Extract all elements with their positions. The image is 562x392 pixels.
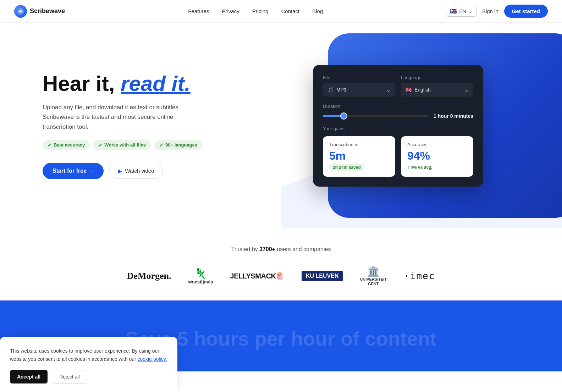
badge-accuracy: ✔ Best accuracy [43,140,90,150]
nav-right: 🇬🇧 EN ⌄ Sign in Get started [446,5,548,18]
trusted-section: Trusted by 3700+ users and companies DeM… [0,228,562,300]
check-icon: ✔ [159,142,164,148]
duration-label: Duration [323,104,473,109]
cookie-banner: This website uses cookies to improve use… [0,337,177,371]
navbar: Scribewave Features Privacy Pricing Cont… [0,0,562,23]
flag-icon: 🇬🇧 [450,8,457,15]
chevron-down-icon: ⌄ [468,9,473,14]
play-icon: ▶ [118,168,122,174]
hero-title-part2: read it. [121,72,191,95]
language-field: Language 🇬🇧 English ⌄ [401,75,473,96]
logo-ugent: 🏛️ UNIVERSITEITGENT [360,265,387,286]
nav-links: Features Privacy Pricing Contact Blog [188,8,323,14]
logo-woestijnvis: 🦎 woestijnvis [188,267,213,285]
accuracy-value: 94% [407,149,467,162]
hero-description: Upload any file, and download it as text… [43,103,192,132]
accuracy-vs: ↑ 4% vs avg. [407,165,432,170]
hero-title: Hear it, read it. [43,72,227,95]
logo-imec: ·imec [404,271,435,281]
lang-code: EN [459,9,466,14]
duration-section: Duration 1 hour 0 minutes [323,104,473,119]
accuracy-label: Accuracy [407,142,467,147]
chevron-down-icon: ⌄ [386,87,391,93]
transcribed-label: Transcribed in [329,142,389,147]
file-field: File 🎵 MP3 ⌄ [323,75,395,96]
slider-thumb [340,112,347,120]
badge-languages: ✔ 90+ languages [154,140,202,150]
file-label: File [323,75,395,80]
ugent-text: UNIVERSITEITGENT [360,277,387,286]
logo-kuleuven: KU LEUVEN [302,271,343,281]
hero-badges: ✔ Best accuracy ✔ Works with all files ✔… [43,140,227,150]
nav-blog[interactable]: Blog [312,8,323,14]
transcribed-value: 5m [329,149,389,162]
kuleuven-text: KU LEUVEN [302,271,343,281]
language-value: English [414,87,431,93]
logo-link[interactable]: Scribewave [14,5,65,18]
logo-text: Scribewave [30,7,65,15]
cookie-text: This website uses cookies to improve use… [10,347,167,363]
nav-pricing[interactable]: Pricing [252,8,269,14]
card-top-row: File 🎵 MP3 ⌄ Language 🇬🇧 Engl [323,75,473,96]
lang-flag-icon: 🇬🇧 [406,87,412,93]
demorgen-text: DeMorgen. [127,271,171,281]
reject-all-button[interactable]: Reject all [52,370,87,371]
logo-demorgen: DeMorgen. [127,271,171,281]
hero-right: File 🎵 MP3 ⌄ Language 🇬🇧 Engl [227,65,548,187]
logo-jellysmack: JELLYSMACK🪼 [230,272,285,280]
svg-point-1 [20,10,22,12]
cookie-actions: Accept all Reject all [10,370,167,371]
logo-icon [14,5,27,18]
hero-left: Hear it, read it. Upload any file, and d… [43,72,227,179]
watch-video-label: Watch video [125,168,154,174]
trusted-prefix: Trusted by [231,246,259,252]
hero-section: Hear it, read it. Upload any file, and d… [0,23,562,228]
hero-title-part1: Hear it, [43,72,121,95]
duration-slider[interactable] [323,115,428,117]
cookie-text-main: This website uses cookies to improve use… [10,348,159,361]
jellysmack-text: JELLYSMACK🪼 [230,272,285,280]
imec-text: ·imec [404,271,435,281]
badge-files-label: Works with all files [104,142,146,148]
gains-section: Your gains Transcribed in 5m 2h 24m save… [323,126,473,177]
get-started-button[interactable]: Get started [504,5,548,18]
transcribed-card: Transcribed in 5m 2h 24m saved [323,136,395,177]
duration-value: 1 hour 0 minutes [434,113,473,119]
start-for-free-button[interactable]: Start for free → [43,163,104,179]
music-icon: 🎵 [327,87,334,93]
nav-features[interactable]: Features [188,8,209,14]
nav-privacy[interactable]: Privacy [222,8,239,14]
gains-cards: Transcribed in 5m 2h 24m saved Accuracy … [323,136,473,177]
gains-title: Your gains [323,126,473,131]
logos-row: DeMorgen. 🦎 woestijnvis JELLYSMACK🪼 KU L… [14,265,548,286]
file-value: MP3 [336,87,347,93]
nav-contact[interactable]: Contact [281,8,300,14]
watch-video-button[interactable]: ▶ Watch video [109,163,163,179]
language-label: Language [401,75,473,80]
file-select[interactable]: 🎵 MP3 ⌄ [323,83,395,96]
check-icon: ✔ [98,142,103,148]
trusted-text: Trusted by 3700+ users and companies [14,246,548,253]
accept-all-button[interactable]: Accept all [10,370,48,371]
badge-files: ✔ Works with all files [93,140,151,150]
duration-row: 1 hour 0 minutes [323,113,473,119]
ugent-logo: 🏛️ UNIVERSITEITGENT [360,265,387,286]
check-icon: ✔ [48,142,52,148]
badge-languages-label: 90+ languages [165,142,197,148]
app-card: File 🎵 MP3 ⌄ Language 🇬🇧 Engl [313,65,483,187]
cookie-policy-link[interactable]: cookie policy. [138,356,167,362]
language-select[interactable]: 🇬🇧 English ⌄ [401,83,473,96]
sign-in-link[interactable]: Sign in [482,8,498,14]
trusted-suffix: users and companies [275,246,331,252]
badge-accuracy-label: Best accuracy [54,142,85,148]
saved-badge: 2h 24m saved [329,164,364,171]
trusted-count: 3700+ [259,246,275,252]
language-selector[interactable]: 🇬🇧 EN ⌄ [446,6,476,17]
hero-actions: Start for free → ▶ Watch video [43,163,227,179]
chevron-down-icon: ⌄ [464,87,469,93]
accuracy-card: Accuracy 94% ↑ 4% vs avg. [401,136,473,177]
